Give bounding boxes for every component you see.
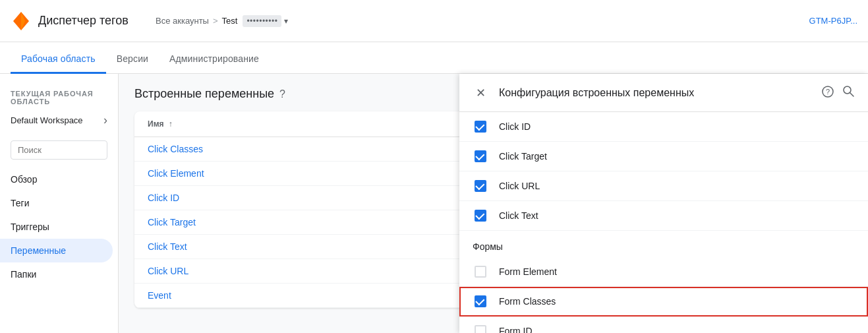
- checkbox-form-classes[interactable]: [473, 293, 488, 309]
- breadcrumb-child[interactable]: Test: [222, 16, 238, 26]
- row-name: Click Text: [148, 241, 494, 252]
- search-input[interactable]: [11, 140, 107, 160]
- checkbox-unchecked[interactable]: [475, 266, 486, 278]
- checkbox-click-id[interactable]: [473, 119, 488, 135]
- checkbox-checked-icon[interactable]: [475, 121, 486, 133]
- row-name: Click Element: [148, 168, 494, 179]
- workspace-chevron-icon: ›: [103, 113, 107, 127]
- row-name: Event: [148, 290, 494, 301]
- logo-area: Диспетчер тегов: [11, 11, 142, 32]
- checkbox-form-element[interactable]: [473, 264, 488, 280]
- checkbox-click-target[interactable]: [473, 148, 488, 164]
- app-title: Диспетчер тегов: [38, 14, 129, 28]
- sidebar-section-label: ТЕКУЩАЯ РАБОЧАЯ ОБЛАСТЬ: [0, 84, 118, 108]
- panel-title: Конфигурация встроенных переменных: [499, 87, 822, 99]
- row-name: Click ID: [148, 193, 494, 203]
- var-label: Form Element: [499, 266, 557, 277]
- checkbox-click-url[interactable]: [473, 178, 488, 194]
- section-label-forms: Формы: [459, 231, 868, 257]
- col-name-header: Имя ↑: [148, 119, 494, 129]
- sidebar-workspace[interactable]: Default Workspace ›: [0, 108, 118, 133]
- sidebar-search: [0, 135, 118, 165]
- tab-admin[interactable]: Администрирование: [159, 45, 270, 74]
- var-item-click-text[interactable]: Click Text: [459, 201, 868, 231]
- top-header: Диспетчер тегов Все аккаунты > Test ••••…: [0, 0, 868, 42]
- sidebar-item-overview[interactable]: Обзор: [0, 167, 113, 191]
- account-selector[interactable]: •••••••••• ▾: [237, 13, 293, 30]
- row-name: Click Target: [148, 217, 494, 227]
- svg-line-5: [850, 93, 854, 96]
- var-label: Click URL: [499, 181, 540, 191]
- var-label: Click Text: [499, 210, 538, 221]
- row-name: Click Classes: [148, 144, 494, 154]
- help-icon[interactable]: ?: [279, 88, 285, 100]
- svg-point-4: [844, 86, 851, 94]
- var-item-click-id[interactable]: Click ID: [459, 112, 868, 142]
- var-item-click-url[interactable]: Click URL: [459, 171, 868, 201]
- var-item-form-id[interactable]: Form ID: [459, 317, 868, 333]
- sidebar-item-folders[interactable]: Папки: [0, 262, 113, 286]
- nav-tabs: Рабочая область Версии Администрирование: [0, 42, 868, 74]
- svg-text:?: ?: [826, 88, 830, 96]
- var-item-form-classes[interactable]: Form Classes: [459, 287, 868, 317]
- content-title: Встроенные переменные: [134, 87, 274, 101]
- panel-help-icon[interactable]: ?: [822, 86, 834, 100]
- breadcrumb: Все аккаунты > Test: [156, 16, 237, 26]
- checkbox-click-text[interactable]: [473, 208, 488, 224]
- var-label: Form ID: [499, 326, 533, 333]
- checkbox-form-id[interactable]: [473, 323, 488, 333]
- sidebar-item-variables[interactable]: Переменные: [0, 239, 113, 262]
- var-label: Click Target: [499, 151, 547, 162]
- chevron-down-icon: ▾: [284, 16, 288, 26]
- var-item-click-target[interactable]: Click Target: [459, 142, 868, 171]
- account-id: ••••••••••: [243, 15, 281, 27]
- breadcrumb-parent[interactable]: Все аккаунты: [156, 16, 209, 26]
- tab-workspace[interactable]: Рабочая область: [11, 45, 106, 74]
- sidebar-item-triggers[interactable]: Триггеры: [0, 215, 113, 239]
- sort-asc-icon[interactable]: ↑: [169, 119, 173, 129]
- checkbox-checked-icon[interactable]: [475, 210, 486, 222]
- checkbox-checked-icon[interactable]: [475, 295, 486, 307]
- panel-close-button[interactable]: ✕: [473, 85, 488, 101]
- header-right: GTM-P6JP...: [809, 16, 857, 26]
- row-name: Click URL: [148, 266, 494, 276]
- gtm-id: GTM-P6JP...: [809, 16, 857, 26]
- tab-versions[interactable]: Версии: [106, 45, 159, 74]
- var-label: Click ID: [499, 121, 531, 132]
- panel-search-button[interactable]: [842, 84, 855, 101]
- config-panel: ✕ Конфигурация встроенных переменных ?: [459, 74, 868, 333]
- checkbox-unchecked[interactable]: [475, 325, 486, 333]
- logo-icon: [11, 11, 32, 32]
- checkbox-checked-icon[interactable]: [475, 150, 486, 162]
- sidebar-item-tags[interactable]: Теги: [0, 191, 113, 215]
- checkbox-checked-icon[interactable]: [475, 180, 486, 192]
- breadcrumb-sep: >: [213, 16, 218, 26]
- var-item-form-element[interactable]: Form Element: [459, 257, 868, 287]
- main-layout: ТЕКУЩАЯ РАБОЧАЯ ОБЛАСТЬ Default Workspac…: [0, 74, 868, 333]
- panel-body: Click ID Click Target Click URL Click Te…: [459, 112, 868, 333]
- panel-header: ✕ Конфигурация встроенных переменных ?: [459, 74, 868, 112]
- var-label: Form Classes: [499, 296, 556, 307]
- workspace-name: Default Workspace: [11, 115, 83, 125]
- sidebar: ТЕКУЩАЯ РАБОЧАЯ ОБЛАСТЬ Default Workspac…: [0, 74, 119, 333]
